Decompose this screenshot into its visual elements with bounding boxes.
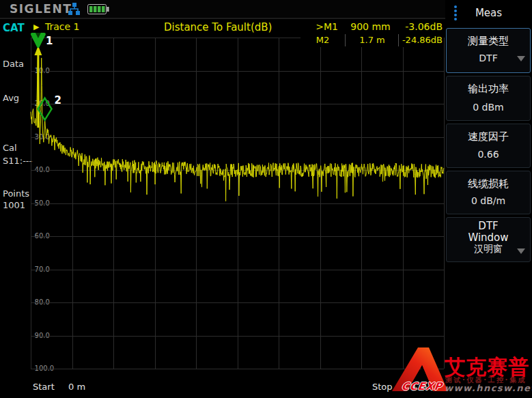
plot-grid [31,38,445,369]
analyzer-screen: SIGLENT CAT Data Avg Cal S11:--- Points … [0,0,532,398]
siglent-logo: SIGLENT [10,2,72,16]
stop-value: 50 m [404,382,427,392]
menu-button-cable-loss[interactable]: 线缆损耗 0 dB/m [446,171,531,214]
sidebar-item-s11-status: S11:--- [3,156,32,166]
sidebar-item-cal: Cal [3,143,17,153]
sidebar-item-points-label: Points [3,188,29,199]
marker2-id: M2 [300,34,345,46]
y-axis-label: -50.0 [32,199,50,207]
marker-label: 1 [46,35,53,47]
dtf-trace [31,50,444,201]
softkey-menu: Meas 测量类型 DTF 输出功率 0 dBm 速度因子 0.66 线缆损耗 … [445,0,532,398]
y-axis-label: -80.0 [32,298,50,306]
y-axis-label: -100.0 [32,365,54,372]
y-axis-label: -10.0 [32,67,50,74]
menu-button-output-power[interactable]: 输出功率 0 dBm [446,76,531,121]
menu-title: Meas [445,7,532,19]
dropdown-arrow-icon [517,56,525,61]
battery-icon [87,4,109,14]
y-axis-label: -40.0 [32,166,50,173]
y-axis-label: -20.0 [32,100,50,107]
stop-label: Stop [372,382,393,392]
y-axis-label: -70.0 [32,266,50,273]
y-axis-label: -90.0 [32,332,50,339]
dropdown-arrow-icon [517,248,525,254]
trace-play-icon: ▶ [33,23,39,31]
marker2-row: M2 1.7 m -24.86dB [300,33,444,47]
sidebar-item-points-value: 1001 [3,200,25,210]
y-axis-label: 0.0 [32,33,43,41]
sidebar-item-avg: Avg [3,93,19,103]
measurement-title: Distance To Fault(dB) [164,21,272,33]
start-label: Start [33,382,55,392]
marker2-distance: 1.7 m [345,34,399,46]
sidebar-mode-cat: CAT [3,22,25,34]
marker1-distance: 900 mm [341,21,400,32]
sidebar-item-data: Data [3,59,24,69]
trace-label[interactable]: Trace 1 [45,21,80,32]
y-axis-label: -30.0 [32,133,50,141]
menu-button-measure-type[interactable]: 测量类型 DTF [446,28,531,73]
menu-button-velocity-factor[interactable]: 速度因子 0.66 [446,124,531,168]
marker-label: 2 [55,94,61,106]
marker-arrow-head [34,46,42,55]
menu-button-dtf-window[interactable]: DTF Window 汉明窗 [446,217,531,262]
marker1-id: >M1 [300,21,338,32]
marker2-amplitude: -24.86dB [398,34,445,46]
menu-header: Meas [445,0,532,26]
lan-icon [68,3,81,16]
start-value: 0 m [68,382,85,392]
marker1-amplitude: -3.06dB [402,21,443,32]
y-axis-label: -60.0 [32,232,50,240]
